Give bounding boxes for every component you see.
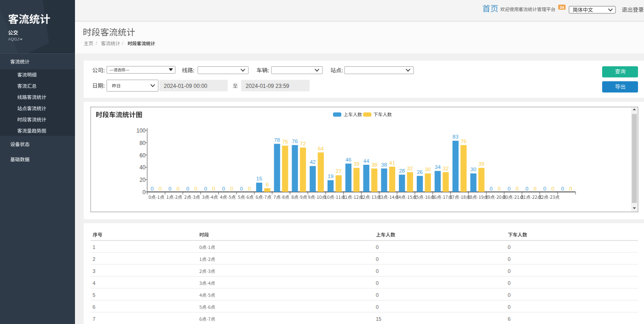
svg-text:76: 76 bbox=[292, 139, 298, 144]
svg-text:0: 0 bbox=[376, 268, 379, 274]
svg-text:0: 0 bbox=[508, 280, 511, 286]
svg-text:0: 0 bbox=[508, 292, 511, 298]
svg-text:32: 32 bbox=[443, 166, 449, 171]
svg-text:46: 46 bbox=[345, 157, 351, 162]
svg-text:15: 15 bbox=[376, 316, 381, 322]
svg-text:15: 15 bbox=[256, 176, 262, 181]
svg-text:AQGJ: AQGJ bbox=[8, 37, 20, 41]
svg-text:0: 0 bbox=[508, 256, 511, 262]
svg-text:0: 0 bbox=[195, 186, 197, 191]
svg-text:0: 0 bbox=[204, 186, 207, 191]
svg-text:20: 20 bbox=[139, 177, 146, 183]
svg-text:0: 0 bbox=[248, 186, 251, 191]
svg-text:2: 2 bbox=[92, 256, 95, 262]
svg-text:7: 7 bbox=[92, 316, 95, 322]
svg-text:38: 38 bbox=[381, 162, 387, 168]
svg-text:2024-01-09 23:59: 2024-01-09 23:59 bbox=[246, 83, 289, 89]
svg-text:30: 30 bbox=[471, 167, 477, 172]
svg-text:64: 64 bbox=[318, 146, 324, 151]
svg-text:0: 0 bbox=[168, 186, 171, 191]
svg-text:60: 60 bbox=[139, 152, 146, 159]
svg-text:0: 0 bbox=[376, 292, 379, 298]
svg-text:0: 0 bbox=[498, 186, 500, 191]
svg-text:0: 0 bbox=[508, 244, 511, 250]
svg-text:100: 100 bbox=[136, 127, 145, 134]
svg-text:76: 76 bbox=[460, 139, 466, 144]
svg-text:80: 80 bbox=[139, 140, 146, 146]
svg-text:0: 0 bbox=[534, 186, 536, 191]
svg-text:41: 41 bbox=[389, 160, 395, 166]
svg-text:40: 40 bbox=[139, 164, 146, 171]
svg-text:/: / bbox=[122, 40, 123, 46]
svg-text:72: 72 bbox=[300, 141, 306, 146]
svg-text:0: 0 bbox=[376, 280, 379, 286]
svg-text:0: 0 bbox=[186, 186, 189, 191]
svg-text:0: 0 bbox=[159, 186, 161, 191]
svg-text:0: 0 bbox=[543, 186, 546, 191]
svg-text:0: 0 bbox=[508, 268, 511, 274]
svg-text:39: 39 bbox=[478, 161, 484, 167]
svg-text:0: 0 bbox=[212, 186, 215, 191]
svg-text:30: 30 bbox=[425, 167, 431, 172]
svg-text:26: 26 bbox=[417, 169, 423, 175]
svg-text:0: 0 bbox=[150, 186, 153, 191]
svg-text:0: 0 bbox=[230, 186, 233, 191]
svg-text:0: 0 bbox=[552, 186, 554, 191]
svg-text:0: 0 bbox=[240, 186, 242, 191]
svg-text:39: 39 bbox=[354, 161, 360, 167]
svg-text:78: 78 bbox=[274, 137, 280, 143]
svg-text:75: 75 bbox=[282, 139, 288, 145]
svg-text:6: 6 bbox=[92, 304, 95, 310]
svg-text:0: 0 bbox=[376, 256, 379, 262]
svg-text:34: 34 bbox=[560, 5, 564, 10]
svg-text:0: 0 bbox=[508, 304, 511, 310]
svg-text:0: 0 bbox=[561, 186, 564, 191]
svg-text:0: 0 bbox=[222, 186, 225, 191]
svg-text:0: 0 bbox=[376, 244, 379, 250]
svg-text:27: 27 bbox=[336, 168, 342, 174]
svg-text:32: 32 bbox=[407, 166, 413, 171]
svg-text:0: 0 bbox=[525, 186, 528, 191]
svg-text:34: 34 bbox=[435, 164, 441, 170]
svg-text:38: 38 bbox=[371, 162, 377, 168]
svg-text:0: 0 bbox=[376, 304, 379, 310]
svg-text:6: 6 bbox=[508, 316, 511, 322]
svg-text:5: 5 bbox=[92, 292, 95, 298]
svg-text:44: 44 bbox=[363, 158, 369, 164]
svg-text:0: 0 bbox=[507, 186, 510, 191]
svg-text:4: 4 bbox=[92, 280, 95, 286]
svg-text:42: 42 bbox=[310, 159, 316, 165]
svg-text:83: 83 bbox=[453, 134, 459, 139]
svg-text:19: 19 bbox=[328, 174, 334, 179]
svg-text:3: 3 bbox=[92, 268, 95, 274]
svg-text:28: 28 bbox=[399, 168, 405, 174]
svg-text:1: 1 bbox=[92, 244, 95, 250]
svg-text:6: 6 bbox=[266, 182, 269, 187]
svg-text:0: 0 bbox=[490, 186, 493, 191]
svg-text:/: / bbox=[96, 40, 97, 46]
svg-text:0: 0 bbox=[143, 189, 146, 196]
svg-text:0: 0 bbox=[516, 186, 518, 191]
svg-text:0: 0 bbox=[177, 186, 179, 191]
svg-text:2024-01-09 00:00: 2024-01-09 00:00 bbox=[164, 83, 207, 89]
svg-text:0: 0 bbox=[569, 186, 572, 191]
